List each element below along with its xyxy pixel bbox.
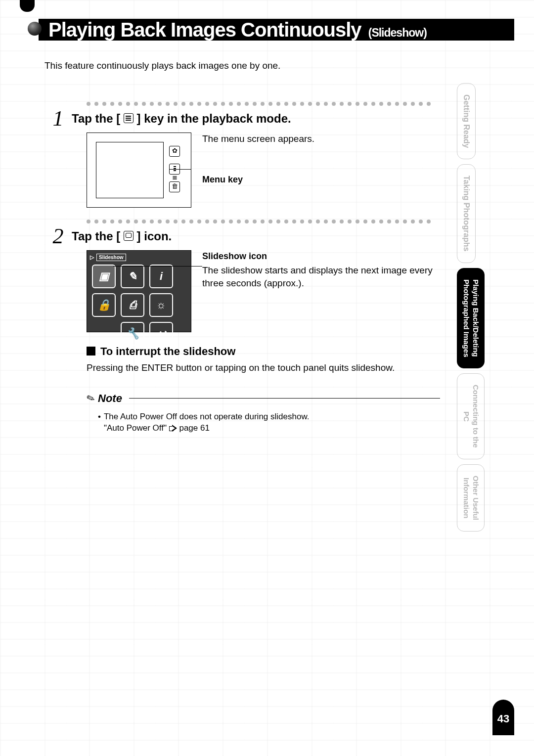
setup-key-icon: ✿: [169, 146, 180, 157]
step-2-title: Tap the [ ] icon.: [72, 228, 172, 244]
tab-connecting-pc: Connecting to thePC: [457, 373, 485, 459]
step-2-body: ▷ Slideshow ▣ ✎ i 🔒 ⎙ ☼ 🔧 ↩ Slideshow ic: [87, 250, 440, 332]
note-line-2: "Auto Power Off" page 61: [104, 422, 310, 434]
slideshow-icon-label: Slideshow icon: [202, 250, 440, 262]
grid-return-icon: ↩: [149, 322, 173, 346]
note-line-1: The Auto Power Off does not operate duri…: [104, 411, 310, 423]
slideshow-icon: [124, 231, 134, 241]
step-1: 1 Tap the [ ] key in the playback mode.: [44, 110, 440, 130]
title-sub: (Slideshow): [368, 26, 427, 39]
step-1-body: ✿ ≣ 🗑 The menu screen appears. Menu key: [87, 133, 440, 208]
callout-line: [170, 169, 191, 170]
step-2: 2 Tap the [ ] icon.: [44, 227, 440, 247]
step-1-desc: The menu screen appears.: [202, 133, 440, 145]
section-tabs: Getting Ready Taking Photographs Playing…: [457, 83, 516, 536]
step-number-1: 1: [44, 108, 72, 130]
dotted-separator: [87, 220, 440, 225]
slideshow-indicator: Slideshow: [96, 254, 126, 262]
interrupt-title: To interrupt the slideshow: [100, 344, 235, 359]
grid-edit-icon: ✎: [121, 265, 144, 288]
header-bullet-icon: [28, 22, 42, 36]
step-1-title-post: ] key in the playback mode.: [137, 112, 291, 125]
step-1-title-pre: Tap the [: [72, 112, 124, 125]
menu-key-icon: [124, 113, 134, 123]
trash-key-icon: 🗑: [169, 181, 180, 192]
interrupt-heading: To interrupt the slideshow: [87, 344, 440, 359]
arrow-icon: [169, 425, 177, 431]
grid-brightness-icon: ☼: [149, 293, 173, 317]
note-rule: [129, 398, 440, 399]
grid-lock-icon: 🔒: [92, 293, 116, 317]
grid-info-icon: i: [149, 265, 173, 288]
grid-setup-icon: 🔧: [121, 322, 144, 346]
menu-icon-grid: ▣ ✎ i 🔒 ⎙ ☼ 🔧 ↩: [92, 265, 173, 346]
main-content: This feature continuously plays back ima…: [44, 59, 440, 434]
menu-key-label: Menu key: [202, 174, 440, 185]
tab-taking-photographs: Taking Photographs: [457, 164, 476, 263]
note-label: Note: [98, 391, 122, 406]
screen-top-bar: ▷ Slideshow: [90, 254, 126, 262]
menu-screen-illustration: ▷ Slideshow ▣ ✎ i 🔒 ⎙ ☼ 🔧 ↩: [87, 250, 191, 332]
step-1-title: Tap the [ ] key in the playback mode.: [72, 111, 291, 127]
title-main: Playing Back Images Continuously: [48, 19, 361, 41]
camera-back-illustration: ✿ ≣ 🗑: [87, 133, 191, 208]
page-title: Playing Back Images Continuously (Slides…: [48, 19, 427, 41]
interrupt-body: Pressing the ENTER button or tapping on …: [87, 361, 440, 374]
callout-line: [113, 266, 202, 267]
step-2-desc: The slideshow starts and displays the ne…: [202, 264, 440, 289]
grid-print-icon: ⎙: [121, 293, 144, 317]
step-number-2: 2: [44, 225, 72, 247]
tab-playing-back: Playing Back/DeletingPhotographed Images: [457, 268, 485, 369]
tab-getting-ready: Getting Ready: [457, 83, 476, 159]
pencil-icon: ✎: [85, 391, 97, 406]
step-2-title-pre: Tap the [: [72, 229, 124, 243]
header-bar: Playing Back Images Continuously (Slides…: [39, 19, 514, 41]
page-number: 43: [492, 700, 514, 735]
dotted-separator: [87, 102, 440, 108]
bullet-dot: •: [98, 411, 101, 435]
note-body: • The Auto Power Off does not operate du…: [98, 411, 440, 435]
square-bullet-icon: [87, 347, 95, 356]
tab-other-useful: Other UsefulInformation: [457, 464, 485, 532]
note-heading: ✎ Note: [87, 391, 440, 406]
step-2-title-post: ] icon.: [137, 229, 172, 243]
intro-text: This feature continuously plays back ima…: [44, 59, 440, 72]
grid-slideshow-icon: ▣: [92, 265, 116, 288]
play-indicator: ▷: [90, 254, 94, 260]
